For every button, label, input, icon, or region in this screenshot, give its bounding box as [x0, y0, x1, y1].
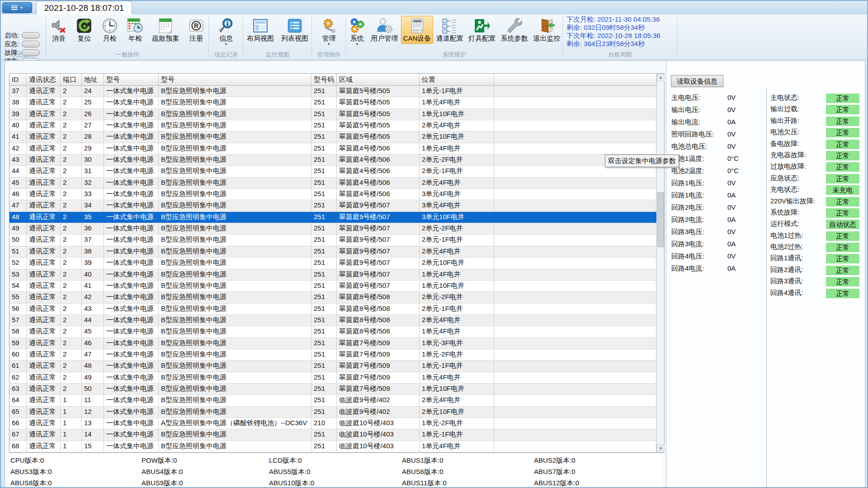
cell: 翠茵庭5号楼/505	[337, 109, 420, 120]
table-row[interactable]: 68通讯正常115一体式集中电源B型应急照明集中电源251临波庭10号楼/403…	[9, 441, 656, 452]
metric-value: 0V	[727, 142, 736, 155]
cell: B型应急照明集中电源	[159, 269, 311, 280]
cell-filler	[494, 269, 656, 280]
app-menu-button[interactable]: ▼	[2, 2, 32, 13]
toolbar-button-exit-monitor[interactable]: 退出监控	[531, 16, 562, 44]
table-row[interactable]: 58通讯正常245一体式集中电源B型应急照明集中电源251翠茵庭8号楼/5081…	[9, 326, 656, 338]
status-indicator-group: 状态提示 启动:应急:故障:消声:	[1, 14, 46, 60]
status-label: 输出开路:	[770, 117, 799, 124]
cell-filler	[494, 281, 656, 291]
cell: 一体式集中电源	[104, 166, 159, 177]
table-row[interactable]: 66通讯正常113一体式集中电源A型应急照明集中电源（磷酸铁锂电池）--DC36…	[9, 418, 656, 429]
toolbar-button-layout-view[interactable]: 布局视图	[245, 16, 276, 44]
cell: 2	[61, 143, 82, 154]
toolbar-button-info[interactable]: 信息▼	[215, 16, 237, 47]
cell-filler	[494, 97, 656, 108]
table-row[interactable]: 40通讯正常227一体式集中电源B型应急照明集中电源251翠茵庭5号楼/5052…	[9, 120, 656, 131]
table-row[interactable]: 52通讯正常239一体式集中电源B型应急照明集中电源251翠茵庭9号楼/5072…	[9, 258, 656, 269]
toolbar-button-channel-config[interactable]: 通道配置	[434, 16, 466, 44]
table-row[interactable]: 39通讯正常226一体式集中电源B型应急照明集中电源251翠茵庭5号楼/5051…	[9, 109, 656, 120]
cell: 35	[82, 212, 104, 223]
cell: 1单元-1F电井	[420, 86, 494, 97]
cell: 翠茵庭5号楼/505	[337, 131, 420, 142]
toolbar-button-can-device[interactable]: CAN设备	[401, 16, 434, 44]
table-row[interactable]: 45通讯正常232一体式集中电源B型应急照明集中电源251翠茵庭4号楼/5062…	[9, 178, 656, 189]
table-row[interactable]: 62通讯正常249一体式集中电源B型应急照明集中电源251翠茵庭7号楼/5091…	[9, 372, 656, 384]
table-row[interactable]: 42通讯正常229一体式集中电源B型应急照明集中电源251翠茵庭4号楼/5061…	[9, 143, 656, 155]
status-badge: 正常	[826, 243, 859, 252]
vertical-scrollbar[interactable]: ▲ ▼	[656, 74, 664, 452]
toolbar-button-mute[interactable]: 消音	[48, 16, 70, 44]
toolbar-button-manage[interactable]: 管理▼	[318, 16, 340, 47]
toolbar-button-system[interactable]: 系统▼	[346, 16, 368, 47]
status-label: 主电状态:	[770, 94, 799, 101]
table-row[interactable]: 47通讯正常234一体式集中电源B型应急照明集中电源251翠茵庭9号楼/5073…	[9, 200, 656, 211]
toolbar-button-list-view[interactable]: 列表视图	[279, 16, 311, 44]
cell: 翠茵庭9号楼/507	[337, 281, 420, 291]
table-row[interactable]: 55通讯正常242一体式集中电源B型应急照明集中电源251翠茵庭8号楼/5082…	[9, 292, 656, 303]
cell: 2	[61, 361, 82, 371]
cell-filler	[494, 212, 656, 223]
metric-row: 照明回路电压:0V	[671, 130, 764, 142]
scroll-down-arrow-icon[interactable]: ▼	[657, 445, 665, 452]
metric-label: 回路1电压:	[671, 179, 727, 191]
table-row[interactable]: 44通讯正常231一体式集中电源B型应急照明集中电源251翠茵庭4号楼/5062…	[9, 166, 656, 177]
scroll-up-arrow-icon[interactable]: ▲	[657, 74, 665, 81]
cell: 一体式集中电源	[104, 292, 159, 303]
metric-value: 0A	[727, 264, 736, 277]
table-row[interactable]: 60通讯正常247一体式集中电源B型应急照明集中电源251翠茵庭7号楼/5091…	[9, 349, 656, 361]
table-row[interactable]: 49通讯正常236一体式集中电源B型应急照明集中电源251翠茵庭9号楼/5072…	[9, 223, 656, 235]
table-row[interactable]: 59通讯正常246一体式集中电源B型应急照明集中电源251翠茵庭7号楼/5091…	[9, 338, 656, 349]
cell: B型应急照明集中电源	[159, 189, 311, 200]
table-row[interactable]: 48通讯正常235一体式集中电源B型应急照明集中电源251翠茵庭9号楼/5073…	[9, 212, 656, 223]
table-row[interactable]: 65通讯正常112一体式集中电源B型应急照明集中电源251临波庭9号楼/4022…	[9, 407, 656, 418]
cell: 68	[9, 441, 27, 452]
table-row[interactable]: 67通讯正常114一体式集中电源B型应急照明集中电源251临波庭10号楼/403…	[9, 429, 656, 441]
toolbar-button-label: CAN设备	[403, 34, 431, 42]
read-device-info-button[interactable]: 读取设备信息	[671, 75, 723, 87]
table-row[interactable]: 51通讯正常238一体式集中电源B型应急照明集中电源251翠茵庭9号楼/5072…	[9, 246, 656, 258]
cell: 251	[311, 97, 337, 108]
status-row: 备电故障:正常	[770, 140, 863, 151]
table-row[interactable]: 53通讯正常240一体式集中电源B型应急照明集中电源251翠茵庭9号楼/5071…	[9, 269, 656, 281]
table-row[interactable]: 37通讯正常224一体式集中电源B型应急照明集中电源251翠茵庭5号楼/5051…	[9, 86, 656, 97]
table-row[interactable]: 54通讯正常241一体式集中电源B型应急照明集中电源251翠茵庭9号楼/5071…	[9, 281, 656, 292]
scrollbar-thumb[interactable]	[657, 192, 664, 247]
metric-label: 输出电压:	[671, 106, 727, 118]
table-row[interactable]: 38通讯正常225一体式集中电源B型应急照明集中电源251翠茵庭5号楼/5051…	[9, 97, 656, 108]
cell: 251	[311, 281, 337, 291]
status-label: 220V输出故障:	[770, 197, 815, 205]
table-row[interactable]: 50通讯正常237一体式集中电源B型应急照明集中电源251翠茵庭9号楼/5072…	[9, 235, 656, 246]
cell: 一体式集中电源	[104, 281, 159, 291]
toolbar-button-user-manage[interactable]: 用户管理	[368, 16, 400, 44]
toolbar-button-monthly-check[interactable]: 月检	[99, 16, 121, 44]
cell: B型应急照明集中电源	[159, 97, 311, 108]
table-row[interactable]: 46通讯正常233一体式集中电源B型应急照明集中电源251翠茵庭4号楼/5063…	[9, 189, 656, 200]
status-indicator-lamp	[22, 32, 40, 39]
cell: 2	[61, 246, 82, 257]
metric-value: 0A	[727, 240, 736, 252]
table-row[interactable]: 57通讯正常244一体式集中电源B型应急照明集中电源251翠茵庭8号楼/5082…	[9, 315, 656, 326]
cell: 40	[82, 269, 104, 280]
cell-filler	[494, 338, 656, 349]
table-row[interactable]: 41通讯正常228一体式集中电源B型应急照明集中电源251翠茵庭5号楼/5052…	[9, 131, 656, 143]
can-device-icon	[409, 17, 426, 34]
toolbar-button-register[interactable]: R注册	[185, 16, 207, 44]
toolbar-button-reset[interactable]: 复位	[73, 16, 95, 44]
toolbar-button-lamp-config[interactable]: 灯具配置	[466, 16, 498, 44]
toolbar-button-evacuation-plan[interactable]: 疏散预案	[150, 16, 181, 44]
window-title-tab[interactable]: 2021-10-28 18:07:01	[36, 1, 132, 14]
toolbar-button-yearly-check[interactable]: 年检	[124, 16, 146, 44]
table-row[interactable]: 56通讯正常243一体式集中电源B型应急照明集中电源251翠茵庭8号楼/5082…	[9, 304, 656, 315]
cell: 翠茵庭9号楼/507	[337, 223, 420, 234]
table-row[interactable]: 63通讯正常250一体式集中电源B型应急照明集中电源251翠茵庭7号楼/5091…	[9, 384, 656, 395]
table-row[interactable]: 64通讯正常111一体式集中电源B型应急照明集中电源251临波庭9号楼/4022…	[9, 395, 656, 406]
table-row[interactable]: 43通讯正常230一体式集中电源B型应急照明集中电源251翠茵庭4号楼/5062…	[9, 155, 656, 166]
cell: 2单元10F电井	[420, 131, 494, 142]
cell: 1	[61, 441, 82, 452]
reset-icon	[75, 17, 93, 34]
cell: 一体式集中电源	[104, 120, 159, 131]
toolbar-button-system-params[interactable]: 系统参数	[499, 16, 530, 44]
cell: A型应急照明集中电源（磷酸铁锂电池）--DC36V	[159, 418, 311, 429]
table-row[interactable]: 61通讯正常248一体式集中电源B型应急照明集中电源251翠茵庭7号楼/5091…	[9, 361, 656, 372]
